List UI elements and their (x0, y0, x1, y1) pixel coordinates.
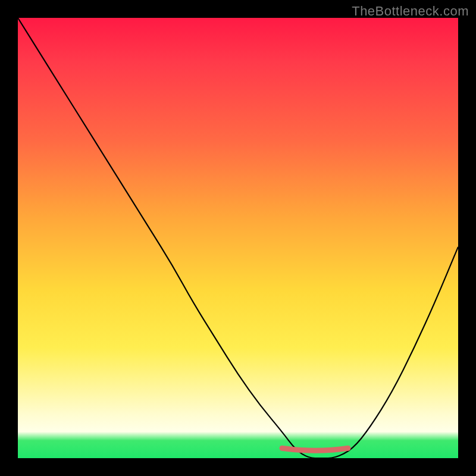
trough-highlight (282, 448, 348, 450)
watermark-text: TheBottleneck.com (352, 4, 469, 19)
bottleneck-curve (18, 18, 458, 458)
plot-area (18, 18, 458, 458)
curve-path (18, 18, 458, 458)
chart-frame: TheBottleneck.com (0, 0, 476, 476)
